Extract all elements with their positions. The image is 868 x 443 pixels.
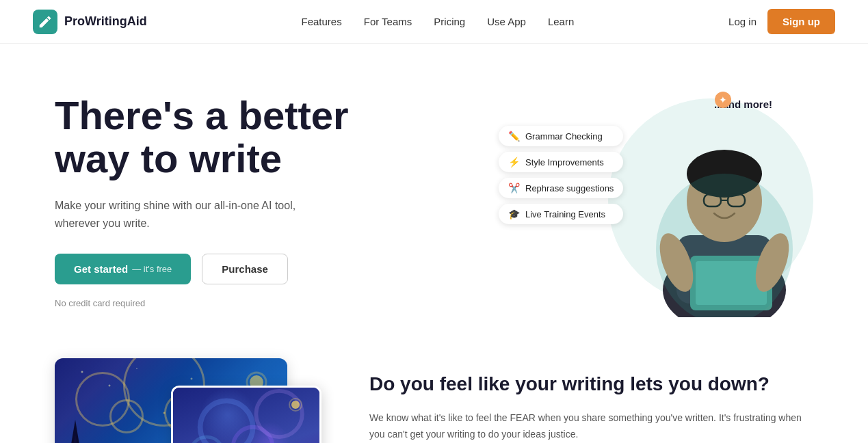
feature-pills: ✏️ Grammar Checking ⚡ Style Improvements… bbox=[499, 126, 623, 224]
get-started-button[interactable]: Get started — it's free bbox=[55, 254, 191, 284]
grammar-icon: ✏️ bbox=[508, 131, 520, 142]
main-nav: ProWritingAid Features For Teams Pricing… bbox=[0, 0, 868, 44]
hero-right: ...and more! ✦ ✏️ Grammar Checking ⚡ Sty… bbox=[499, 85, 813, 317]
pill-training-label: Live Training Events bbox=[525, 209, 605, 219]
pill-rephrase: ✂️ Rephrase suggestions bbox=[499, 178, 623, 198]
cta-sublabel: — it's free bbox=[132, 264, 172, 274]
nav-links: Features For Teams Pricing Use App Learn bbox=[302, 16, 575, 28]
pill-style-label: Style Improvements bbox=[525, 157, 604, 167]
sparkle-icon: ✦ bbox=[715, 92, 731, 108]
section2: My idea in my head Do you feel like your… bbox=[0, 345, 868, 443]
rephrase-icon: ✂️ bbox=[508, 183, 520, 193]
cta-label: Get started bbox=[74, 263, 128, 275]
hero-title-line2: way to write bbox=[55, 136, 282, 180]
svg-point-11 bbox=[656, 174, 793, 317]
section2-right: Do you feel like your writing lets you d… bbox=[369, 358, 813, 443]
pill-rephrase-label: Rephrase suggestions bbox=[525, 183, 614, 193]
pill-training: 🎓 Live Training Events bbox=[499, 204, 623, 224]
hero-title-line1: There's a better bbox=[55, 93, 349, 137]
pill-style: ⚡ Style Improvements bbox=[499, 152, 623, 172]
signup-button[interactable]: Sign up bbox=[767, 9, 835, 34]
nav-learn[interactable]: Learn bbox=[548, 16, 574, 27]
hero-title: There's a better way to write bbox=[55, 94, 349, 181]
purchase-button[interactable]: Purchase bbox=[202, 254, 288, 284]
person-illustration bbox=[635, 112, 813, 317]
no-credit-text: No credit card required bbox=[55, 298, 349, 308]
nav-actions: Log in Sign up bbox=[728, 9, 835, 34]
pill-grammar-label: Grammar Checking bbox=[525, 131, 603, 142]
hero-buttons: Get started — it's free Purchase bbox=[55, 254, 349, 284]
nav-use-app[interactable]: Use App bbox=[487, 16, 526, 27]
section2-title: Do you feel like your writing lets you d… bbox=[369, 372, 813, 397]
style-icon: ⚡ bbox=[508, 157, 520, 167]
hero-illustration: ...and more! ✦ ✏️ Grammar Checking ⚡ Sty… bbox=[499, 85, 813, 317]
section2-desc: We know what it's like to feel the FEAR … bbox=[369, 410, 813, 443]
section2-images: My idea in my head bbox=[55, 358, 315, 443]
logo-icon bbox=[33, 10, 57, 34]
nav-for-teams[interactable]: For Teams bbox=[364, 16, 412, 27]
hero-section: There's a better way to write Make your … bbox=[0, 44, 868, 345]
art-card2-bg bbox=[173, 388, 319, 443]
art-card-2 bbox=[171, 386, 321, 443]
svg-point-19 bbox=[291, 401, 300, 409]
training-icon: 🎓 bbox=[508, 209, 520, 219]
hero-left: There's a better way to write Make your … bbox=[55, 94, 349, 309]
logo[interactable]: ProWritingAid bbox=[33, 10, 147, 34]
login-button[interactable]: Log in bbox=[728, 16, 757, 27]
nav-features[interactable]: Features bbox=[302, 16, 342, 27]
hero-subtitle: Make your writing shine with our all-in-… bbox=[55, 197, 301, 232]
pen-icon bbox=[38, 14, 53, 29]
logo-text: ProWritingAid bbox=[64, 14, 147, 29]
nav-pricing[interactable]: Pricing bbox=[434, 16, 465, 27]
pill-grammar: ✏️ Grammar Checking bbox=[499, 126, 623, 146]
